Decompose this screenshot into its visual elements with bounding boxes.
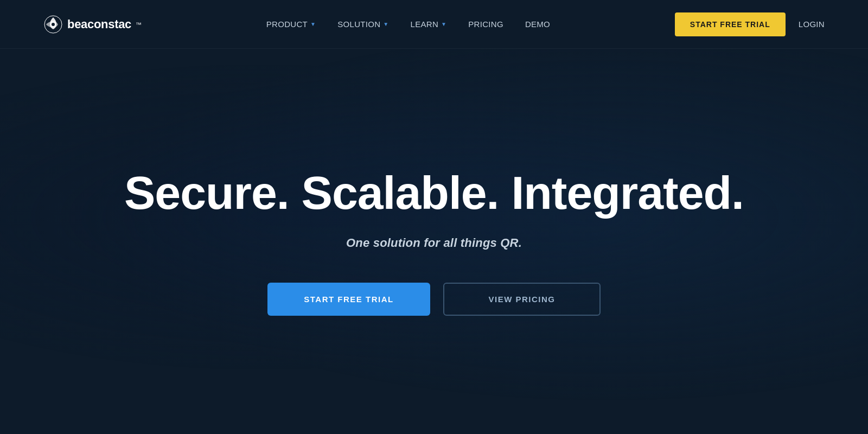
- nav-item-demo[interactable]: DEMO: [525, 20, 550, 29]
- nav-label-product: PRODUCT: [266, 20, 308, 29]
- nav-item-learn[interactable]: LEARN ▼: [411, 20, 447, 29]
- nav-login-button[interactable]: LOGIN: [799, 20, 825, 29]
- nav-actions: START FREE TRIAL LOGIN: [675, 12, 825, 36]
- chevron-down-icon: ▼: [310, 21, 316, 27]
- svg-point-1: [52, 23, 55, 26]
- nav-label-pricing: PRICING: [468, 20, 503, 29]
- hero-subtitle: One solution for all things QR.: [346, 236, 522, 250]
- logo-text: beaconstac: [67, 17, 131, 31]
- hero-section: Secure. Scalable. Integrated. One soluti…: [0, 49, 868, 434]
- hero-title: Secure. Scalable. Integrated.: [124, 167, 744, 219]
- hero-start-trial-button[interactable]: START FREE TRIAL: [267, 283, 430, 316]
- nav-label-demo: DEMO: [525, 20, 550, 29]
- nav-item-solution[interactable]: SOLUTION ▼: [337, 20, 388, 29]
- nav-start-trial-button[interactable]: START FREE TRIAL: [675, 12, 786, 36]
- navbar: beaconstac™ PRODUCT ▼ SOLUTION ▼ LEARN ▼…: [0, 0, 868, 49]
- logo-tm: ™: [136, 21, 142, 28]
- hero-cta-group: START FREE TRIAL VIEW PRICING: [267, 283, 601, 316]
- hero-view-pricing-button[interactable]: VIEW PRICING: [443, 283, 601, 316]
- nav-label-solution: SOLUTION: [337, 20, 380, 29]
- chevron-down-icon: ▼: [383, 21, 388, 27]
- nav-label-learn: LEARN: [411, 20, 439, 29]
- logo-icon: [43, 15, 63, 34]
- logo-area: beaconstac™: [43, 15, 142, 34]
- nav-item-product[interactable]: PRODUCT ▼: [266, 20, 316, 29]
- nav-item-pricing[interactable]: PRICING: [468, 20, 503, 29]
- chevron-down-icon: ▼: [441, 21, 446, 27]
- nav-links: PRODUCT ▼ SOLUTION ▼ LEARN ▼ PRICING DEM…: [266, 20, 550, 29]
